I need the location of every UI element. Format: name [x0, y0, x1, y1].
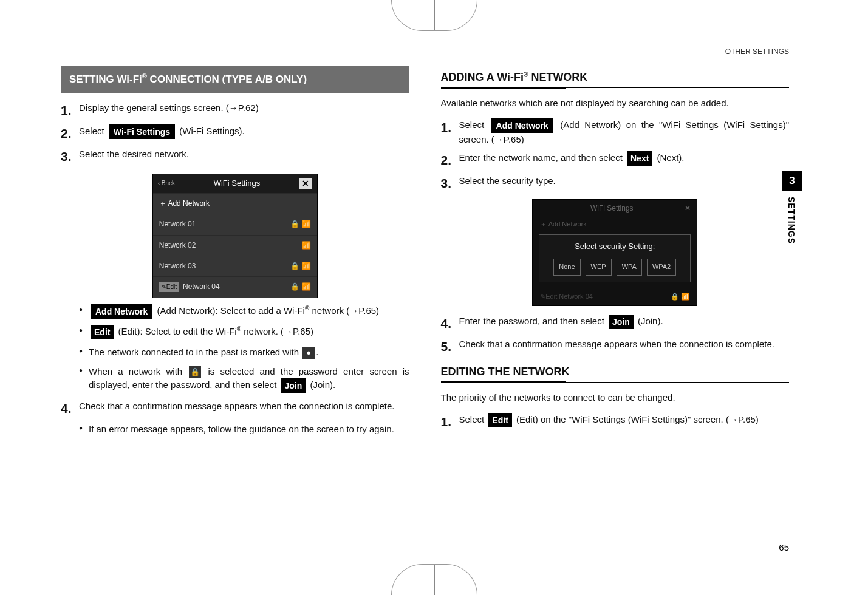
text: (Wi-Fi Settings).	[177, 126, 245, 136]
wifi-icon: 📶	[302, 220, 311, 228]
step-number: 1.	[441, 118, 459, 137]
subheading-adding: ADDING A Wi-Fi® NETWORK	[441, 69, 790, 88]
section-heading: SETTING Wi-Fi® CONNECTION (TYPE A/B ONLY…	[61, 66, 409, 93]
heading-rule	[441, 87, 790, 88]
bullet-item: When a network with 🔒 is selected and th…	[79, 365, 409, 393]
edit-chip: Edit	[488, 413, 511, 427]
lock-icon: 🔒	[290, 262, 299, 270]
step-1: 1. Select Edit (Edit) on the "WiFi Setti…	[441, 413, 790, 431]
text: (Join).	[635, 316, 663, 326]
step-text: Check that a confirmation message appear…	[79, 399, 409, 413]
text: (Next).	[654, 152, 684, 163]
text: If an error message appears, follow the …	[89, 424, 394, 434]
add-network-chip: Add Network	[491, 118, 553, 133]
subheading-editing: EDITING THE NETWORK	[441, 364, 790, 382]
text: Enter the password, and then select	[459, 316, 607, 326]
lock-icon: 🔒	[290, 220, 299, 228]
row-icons: 🔒 📶	[290, 261, 310, 271]
network-row: ✎Edit Network 04 🔒 📶	[153, 276, 317, 297]
screenshot-footer: ✎Edit Network 04 🔒 📶	[533, 288, 697, 305]
network-row: Network 01 🔒 📶	[153, 214, 317, 234]
registered-mark: ®	[305, 305, 309, 311]
join-chip: Join	[281, 378, 306, 393]
next-chip: Next	[627, 151, 652, 166]
network-name: Network 04	[183, 282, 220, 292]
steps-list: 1. Select Edit (Edit) on the "WiFi Setti…	[441, 413, 790, 431]
heading-text-post: NETWORK	[528, 71, 587, 83]
steps-list-cont: 4. Check that a confirmation message app…	[61, 399, 409, 418]
left-column: SETTING Wi-Fi® CONNECTION (TYPE A/B ONLY…	[61, 66, 409, 442]
panel-label: Select security Setting:	[543, 241, 686, 253]
crease-top	[391, 0, 477, 31]
text: (Join).	[307, 379, 335, 390]
close-icon: ✕	[299, 178, 312, 189]
step-number: 3.	[61, 148, 79, 166]
step-text: Select the desired network.	[79, 148, 409, 161]
dot-icon: ●	[302, 347, 315, 359]
text: network. (→P.65)	[241, 326, 313, 336]
security-options: None WEP WPA WPA2	[543, 259, 686, 276]
section-heading-pre: SETTING Wi-Fi	[69, 73, 142, 85]
step-number: 3.	[441, 174, 459, 192]
heading-text: EDITING THE NETWORK	[441, 365, 570, 378]
text: When a network with	[89, 366, 188, 376]
wifi-icon: 📶	[302, 262, 311, 270]
wifi-list-screenshot: ‹ Back WiFi Settings ✕ ＋ Add Network Net…	[152, 174, 318, 298]
security-option: WEP	[586, 259, 612, 276]
text: Select	[79, 126, 107, 136]
wifi-settings-chip: Wi-Fi Settings	[109, 124, 175, 139]
bullet-list: If an error message appears, follow the …	[79, 423, 409, 436]
foot-left: ✎Edit Network 04	[540, 292, 593, 302]
step-text: Enter the password, and then select Join…	[459, 314, 790, 329]
step-text: Select Edit (Edit) on the "WiFi Settings…	[459, 413, 790, 427]
bullet-item: Add Network (Add Network): Select to add…	[79, 304, 409, 319]
text: Select	[459, 120, 490, 130]
network-row: Network 03 🔒 📶	[153, 256, 317, 276]
join-chip: Join	[609, 314, 634, 329]
network-name: Network 02	[159, 240, 196, 251]
row-icons: 🔒 📶	[290, 282, 310, 292]
registered-mark: ®	[237, 325, 241, 332]
edit-chip: Edit	[91, 325, 114, 339]
step-text: Display the general settings screen. (→P…	[79, 101, 409, 115]
screenshot-title: WiFi Settings	[590, 203, 634, 214]
back-label: ‹ Back	[158, 179, 175, 188]
chapter-number: 3	[782, 171, 802, 191]
registered-mark: ®	[142, 72, 147, 80]
step-1: 1. Display the general settings screen. …	[61, 101, 409, 120]
step-4: 4. Enter the password, and then select J…	[441, 314, 790, 333]
steps-list: 1. Select Add Network (Add Network) on t…	[441, 118, 790, 193]
heading-text-pre: ADDING A Wi-Fi	[441, 71, 524, 83]
screenshot-titlebar: WiFi Settings ✕	[533, 200, 697, 217]
bullet-list: Add Network (Add Network): Select to add…	[79, 304, 409, 393]
add-network-row: ＋ Add Network	[153, 193, 317, 214]
foot-icons: 🔒 📶	[671, 292, 689, 302]
step-number: 4.	[441, 314, 459, 333]
step-number: 1.	[61, 101, 79, 120]
bullet-item: If an error message appears, follow the …	[79, 423, 409, 436]
security-screenshot: WiFi Settings ✕ ＋ Add Network Select sec…	[532, 199, 697, 306]
step-number: 4.	[61, 399, 79, 418]
row-icons: 🔒 📶	[290, 219, 310, 229]
row-icons: 📶	[302, 240, 311, 251]
step-number: 5.	[441, 338, 459, 356]
step-text: Enter the network name, and then select …	[459, 151, 790, 166]
add-network-chip: Add Network	[91, 304, 152, 319]
steps-list: 1. Display the general settings screen. …	[61, 101, 409, 166]
text: (Add Network): Select to add a Wi-Fi	[154, 305, 305, 316]
close-icon: ✕	[685, 203, 691, 214]
step-text: Select Add Network (Add Network) on the …	[459, 118, 790, 146]
edit-tag: ✎Edit	[159, 282, 179, 293]
section-heading-post: CONNECTION (TYPE A/B ONLY)	[147, 73, 307, 85]
lock-icon: 🔒	[290, 282, 299, 291]
step-1: 1. Select Add Network (Add Network) on t…	[441, 118, 790, 146]
steps-list-cont: 4. Enter the password, and then select J…	[441, 314, 790, 356]
screenshot-titlebar: ‹ Back WiFi Settings ✕	[153, 174, 317, 193]
step-number: 2.	[61, 124, 79, 143]
intro-text: Available networks which are not display…	[441, 97, 790, 110]
text: The network connected to in the past is …	[89, 347, 301, 357]
chapter-tab: 3 SETTINGS	[782, 171, 802, 244]
page: OTHER SETTINGS 3 SETTINGS SETTING Wi-Fi®…	[0, 0, 868, 595]
right-column: ADDING A Wi-Fi® NETWORK Available networ…	[441, 66, 808, 442]
bullet-item: Edit (Edit): Select to edit the Wi-Fi® n…	[79, 325, 409, 339]
